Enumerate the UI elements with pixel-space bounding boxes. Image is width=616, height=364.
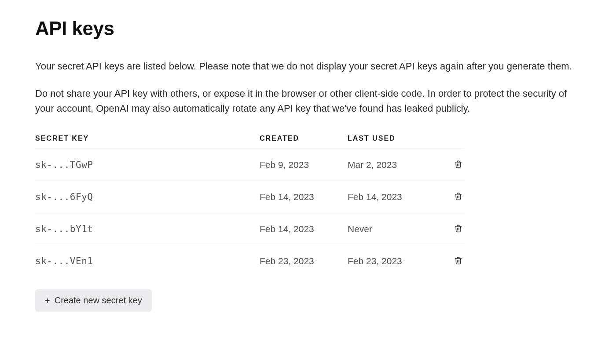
secret-key-value: sk-...6FyQ (35, 192, 93, 202)
secret-key-value: sk-...bY1t (35, 224, 93, 234)
page-title: API keys (35, 18, 581, 40)
delete-key-button[interactable] (452, 190, 464, 204)
table-row: sk-...TGwP Feb 9, 2023 Mar 2, 2023 (35, 149, 464, 181)
last-used-value: Feb 23, 2023 (348, 245, 442, 277)
created-value: Feb 23, 2023 (260, 245, 348, 277)
secret-key-value: sk-...VEn1 (35, 256, 93, 266)
created-value: Feb 14, 2023 (260, 213, 348, 245)
secret-key-value: sk-...TGwP (35, 160, 93, 170)
create-button-label: Create new secret key (55, 295, 142, 306)
column-header-actions (442, 129, 464, 149)
created-value: Feb 14, 2023 (260, 181, 348, 213)
created-value: Feb 9, 2023 (260, 149, 348, 181)
trash-icon (454, 224, 462, 234)
column-header-created: CREATED (260, 129, 348, 149)
table-row: sk-...bY1t Feb 14, 2023 Never (35, 213, 464, 245)
description-paragraph-2: Do not share your API key with others, o… (35, 86, 581, 116)
last-used-value: Never (348, 213, 442, 245)
api-keys-table: SECRET KEY CREATED LAST USED sk-...TGwP … (35, 129, 464, 277)
column-header-secret-key: SECRET KEY (35, 129, 260, 149)
table-row: sk-...VEn1 Feb 23, 2023 Feb 23, 2023 (35, 245, 464, 277)
column-header-last-used: LAST USED (348, 129, 442, 149)
trash-icon (454, 256, 462, 266)
delete-key-button[interactable] (452, 158, 464, 172)
trash-icon (454, 192, 462, 202)
create-secret-key-button[interactable]: + Create new secret key (35, 289, 152, 312)
delete-key-button[interactable] (452, 222, 464, 236)
last-used-value: Feb 14, 2023 (348, 181, 442, 213)
trash-icon (454, 160, 462, 170)
description-paragraph-1: Your secret API keys are listed below. P… (35, 59, 581, 74)
last-used-value: Mar 2, 2023 (348, 149, 442, 181)
delete-key-button[interactable] (452, 254, 464, 268)
table-row: sk-...6FyQ Feb 14, 2023 Feb 14, 2023 (35, 181, 464, 213)
plus-icon: + (45, 296, 50, 305)
